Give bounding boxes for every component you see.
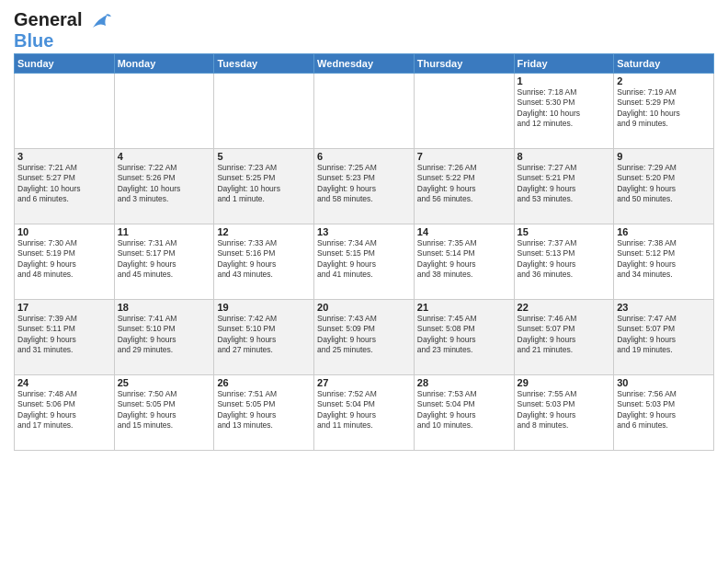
day-number: 8 <box>518 151 611 162</box>
day-cell: 30Sunrise: 7:56 AM Sunset: 5:03 PM Dayli… <box>614 374 714 450</box>
day-number: 10 <box>17 226 111 237</box>
day-number: 11 <box>118 226 211 237</box>
day-cell: 25Sunrise: 7:50 AM Sunset: 5:05 PM Dayli… <box>114 374 214 450</box>
day-cell: 14Sunrise: 7:35 AM Sunset: 5:14 PM Dayli… <box>414 224 514 299</box>
day-number: 21 <box>417 302 511 313</box>
day-info: Sunrise: 7:42 AM Sunset: 5:10 PM Dayligh… <box>217 314 311 356</box>
logo-blue: Blue <box>14 31 113 50</box>
day-info: Sunrise: 7:47 AM Sunset: 5:07 PM Dayligh… <box>617 314 711 356</box>
day-cell: 1Sunrise: 7:18 AM Sunset: 5:30 PM Daylig… <box>514 73 614 148</box>
day-info: Sunrise: 7:50 AM Sunset: 5:05 PM Dayligh… <box>118 389 211 431</box>
day-number: 27 <box>317 377 411 388</box>
day-number: 29 <box>518 377 611 388</box>
week-row-5: 24Sunrise: 7:48 AM Sunset: 5:06 PM Dayli… <box>15 374 714 450</box>
week-row-2: 3Sunrise: 7:21 AM Sunset: 5:27 PM Daylig… <box>15 148 714 224</box>
day-cell: 29Sunrise: 7:55 AM Sunset: 5:03 PM Dayli… <box>514 374 614 450</box>
day-number: 6 <box>317 151 411 162</box>
logo-general: General <box>14 9 82 29</box>
day-cell: 18Sunrise: 7:41 AM Sunset: 5:10 PM Dayli… <box>114 299 214 374</box>
day-number: 20 <box>317 302 411 313</box>
day-cell: 9Sunrise: 7:29 AM Sunset: 5:20 PM Daylig… <box>614 148 714 224</box>
day-number: 22 <box>518 302 611 313</box>
day-cell: 17Sunrise: 7:39 AM Sunset: 5:11 PM Dayli… <box>15 299 115 374</box>
day-cell: 26Sunrise: 7:51 AM Sunset: 5:05 PM Dayli… <box>214 374 314 450</box>
day-info: Sunrise: 7:19 AM Sunset: 5:29 PM Dayligh… <box>617 87 711 130</box>
day-info: Sunrise: 7:31 AM Sunset: 5:17 PM Dayligh… <box>118 238 211 281</box>
day-number: 7 <box>417 151 511 162</box>
logo: General Blue <box>14 9 113 50</box>
day-info: Sunrise: 7:25 AM Sunset: 5:23 PM Dayligh… <box>317 163 411 205</box>
weekday-header-row: SundayMondayTuesdayWednesdayThursdayFrid… <box>15 53 714 73</box>
weekday-tuesday: Tuesday <box>214 53 314 73</box>
day-info: Sunrise: 7:27 AM Sunset: 5:21 PM Dayligh… <box>518 163 611 205</box>
day-cell: 11Sunrise: 7:31 AM Sunset: 5:17 PM Dayli… <box>114 224 214 299</box>
day-number: 28 <box>417 377 511 388</box>
day-cell: 23Sunrise: 7:47 AM Sunset: 5:07 PM Dayli… <box>614 299 714 374</box>
day-info: Sunrise: 7:18 AM Sunset: 5:30 PM Dayligh… <box>518 87 611 130</box>
day-info: Sunrise: 7:56 AM Sunset: 5:03 PM Dayligh… <box>617 389 711 431</box>
day-cell <box>414 73 514 148</box>
week-row-4: 17Sunrise: 7:39 AM Sunset: 5:11 PM Dayli… <box>15 299 714 374</box>
header: General Blue <box>14 9 714 50</box>
day-cell: 20Sunrise: 7:43 AM Sunset: 5:09 PM Dayli… <box>314 299 415 374</box>
week-row-1: 1Sunrise: 7:18 AM Sunset: 5:30 PM Daylig… <box>15 73 714 148</box>
day-info: Sunrise: 7:37 AM Sunset: 5:13 PM Dayligh… <box>518 238 611 281</box>
day-cell: 12Sunrise: 7:33 AM Sunset: 5:16 PM Dayli… <box>214 224 314 299</box>
day-info: Sunrise: 7:45 AM Sunset: 5:08 PM Dayligh… <box>417 314 511 356</box>
weekday-friday: Friday <box>514 53 614 73</box>
day-number: 4 <box>118 151 211 162</box>
day-cell: 27Sunrise: 7:52 AM Sunset: 5:04 PM Dayli… <box>314 374 415 450</box>
day-number: 25 <box>118 377 211 388</box>
day-info: Sunrise: 7:21 AM Sunset: 5:27 PM Dayligh… <box>17 163 111 205</box>
day-info: Sunrise: 7:43 AM Sunset: 5:09 PM Dayligh… <box>317 314 411 356</box>
day-cell: 3Sunrise: 7:21 AM Sunset: 5:27 PM Daylig… <box>15 148 115 224</box>
page-container: General Blue SundayMondayTuesdayWednesda… <box>0 0 728 455</box>
day-cell: 19Sunrise: 7:42 AM Sunset: 5:10 PM Dayli… <box>214 299 314 374</box>
day-info: Sunrise: 7:41 AM Sunset: 5:10 PM Dayligh… <box>118 314 211 356</box>
day-number: 12 <box>217 226 311 237</box>
weekday-monday: Monday <box>114 53 214 73</box>
day-number: 15 <box>518 226 611 237</box>
day-info: Sunrise: 7:39 AM Sunset: 5:11 PM Dayligh… <box>17 314 111 356</box>
day-cell: 24Sunrise: 7:48 AM Sunset: 5:06 PM Dayli… <box>15 374 115 450</box>
day-number: 23 <box>617 302 711 313</box>
day-info: Sunrise: 7:55 AM Sunset: 5:03 PM Dayligh… <box>518 389 611 431</box>
day-number: 26 <box>217 377 311 388</box>
day-cell: 28Sunrise: 7:53 AM Sunset: 5:04 PM Dayli… <box>414 374 514 450</box>
day-info: Sunrise: 7:51 AM Sunset: 5:05 PM Dayligh… <box>217 389 311 431</box>
day-number: 3 <box>17 151 111 162</box>
day-cell: 6Sunrise: 7:25 AM Sunset: 5:23 PM Daylig… <box>314 148 415 224</box>
day-cell: 16Sunrise: 7:38 AM Sunset: 5:12 PM Dayli… <box>614 224 714 299</box>
day-number: 30 <box>617 377 711 388</box>
day-number: 14 <box>417 226 511 237</box>
weekday-wednesday: Wednesday <box>314 53 415 73</box>
day-number: 19 <box>217 302 311 313</box>
day-info: Sunrise: 7:33 AM Sunset: 5:16 PM Dayligh… <box>217 238 311 281</box>
day-info: Sunrise: 7:30 AM Sunset: 5:19 PM Dayligh… <box>17 238 111 281</box>
day-info: Sunrise: 7:48 AM Sunset: 5:06 PM Dayligh… <box>17 389 111 431</box>
day-cell <box>15 73 115 148</box>
day-number: 18 <box>118 302 211 313</box>
day-info: Sunrise: 7:26 AM Sunset: 5:22 PM Dayligh… <box>417 163 511 205</box>
day-cell: 8Sunrise: 7:27 AM Sunset: 5:21 PM Daylig… <box>514 148 614 224</box>
day-number: 1 <box>518 75 611 86</box>
day-cell: 21Sunrise: 7:45 AM Sunset: 5:08 PM Dayli… <box>414 299 514 374</box>
day-info: Sunrise: 7:38 AM Sunset: 5:12 PM Dayligh… <box>617 238 711 281</box>
day-cell <box>214 73 314 148</box>
day-cell: 15Sunrise: 7:37 AM Sunset: 5:13 PM Dayli… <box>514 224 614 299</box>
day-cell <box>114 73 214 148</box>
weekday-saturday: Saturday <box>614 53 714 73</box>
day-number: 24 <box>17 377 111 388</box>
day-number: 5 <box>217 151 311 162</box>
day-number: 2 <box>617 75 711 86</box>
day-number: 16 <box>617 226 711 237</box>
day-number: 13 <box>317 226 411 237</box>
day-cell: 2Sunrise: 7:19 AM Sunset: 5:29 PM Daylig… <box>614 73 714 148</box>
day-number: 9 <box>617 151 711 162</box>
day-info: Sunrise: 7:29 AM Sunset: 5:20 PM Dayligh… <box>617 163 711 205</box>
day-number: 17 <box>17 302 111 313</box>
day-info: Sunrise: 7:46 AM Sunset: 5:07 PM Dayligh… <box>518 314 611 356</box>
calendar-table: SundayMondayTuesdayWednesdayThursdayFrid… <box>14 53 714 451</box>
day-info: Sunrise: 7:22 AM Sunset: 5:26 PM Dayligh… <box>118 163 211 205</box>
logo-bird-icon <box>89 11 113 31</box>
